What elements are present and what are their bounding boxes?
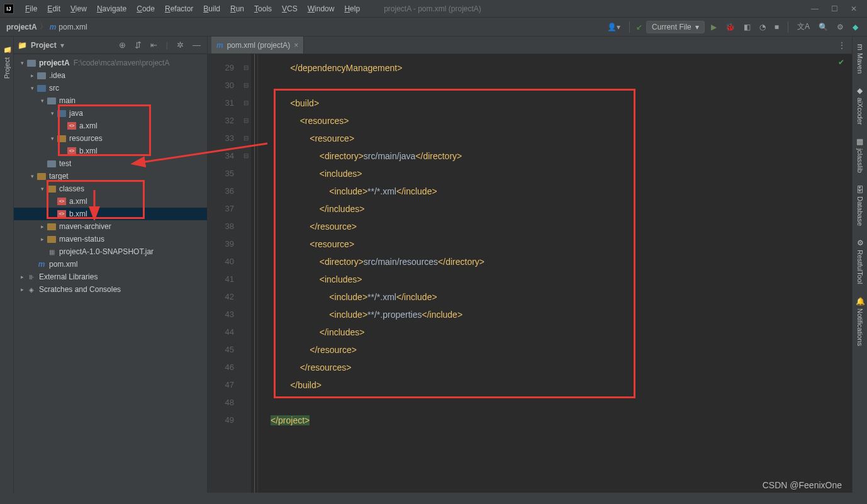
chevron-down-icon[interactable]: ▾ [38,98,47,104]
expand-all-icon[interactable]: ⇵ [132,40,144,50]
code-line[interactable]: <resources> [258,112,852,130]
menu-refactor[interactable]: Refactor [160,4,198,13]
menu-tools[interactable]: Tools [249,4,277,13]
fold-gutter[interactable]: ⊟⊟⊟⊟⊟⊟ [240,54,252,493]
chevron-right-icon[interactable]: ▸ [28,72,36,79]
fold-marker[interactable]: ⊟ [240,77,251,94]
fold-marker[interactable]: ⊟ [240,94,251,112]
settings-icon[interactable]: ✲ [174,40,186,50]
code-line[interactable]: <directory>src/main/java</directory> [258,147,852,165]
code-line[interactable]: </project> [258,412,852,429]
ai-icon[interactable]: ◆ [850,21,861,33]
tree-row[interactable]: ▸.idea [14,69,207,82]
hide-icon[interactable]: — [190,40,203,50]
fold-marker[interactable]: ⊟ [240,130,251,147]
menu-navigate[interactable]: Navigate [92,4,131,13]
right-tool-aixcoder[interactable]: ◆aiXcoder [854,81,866,130]
right-tool-maven[interactable]: mMaven [854,39,866,79]
inspection-ok-icon[interactable]: ✔ [838,58,844,67]
code-line[interactable]: <directory>src/main/resources</directory… [258,253,852,271]
menu-edit[interactable]: Edit [42,4,65,13]
menu-window[interactable]: Window [303,4,340,13]
tree-row[interactable]: ▾classes [14,182,207,195]
code-line[interactable]: </includes> [258,323,852,341]
settings-icon[interactable]: ⚙ [834,21,846,33]
code-line[interactable]: </resource> [258,341,852,359]
fold-marker[interactable]: ⊟ [240,147,251,165]
project-tree[interactable]: ▾projectAF:\code\mca\maven\projectA▸.ide… [14,54,207,493]
tree-row[interactable]: ▦projectA-1.0-SNAPSHOT.jar [14,245,207,258]
code-line[interactable] [258,77,852,94]
tree-row[interactable]: <>b.xml [14,208,207,220]
menu-file[interactable]: File [20,4,42,13]
right-tool-restfultool[interactable]: ⚙RestfulTool [854,233,866,289]
code-line[interactable]: <resource> [258,130,852,147]
close-tab-icon[interactable]: × [294,41,298,50]
tab-more-icon[interactable]: ⋮ [832,41,852,50]
tree-row[interactable]: ▸maven-status [14,233,207,245]
stop-icon[interactable]: ■ [772,21,781,33]
code-line[interactable]: <resource> [258,235,852,253]
code-line[interactable]: </build> [258,376,852,394]
chevron-down-icon[interactable]: ▾ [48,110,57,116]
minimize-icon[interactable]: — [811,4,819,13]
code-line[interactable]: <include>**/*.xml</include> [258,288,852,306]
code-line[interactable]: <includes> [258,271,852,288]
code-line[interactable] [258,394,852,412]
code-line[interactable]: </resource> [258,218,852,235]
user-icon[interactable]: 👤▾ [605,21,623,33]
chevron-down-icon[interactable]: ▾ [48,135,57,142]
code-line[interactable]: </resources> [258,359,852,376]
tree-row[interactable]: <>a.xml [14,195,207,208]
debug-icon[interactable]: 🐞 [723,21,737,33]
tree-row[interactable]: ▾main [14,94,207,107]
run-config-selector[interactable]: Current File ▾ [646,21,705,33]
tree-row[interactable]: ▾src [14,82,207,94]
tree-row[interactable]: ▸⊪External Libraries [14,271,207,283]
code-line[interactable]: </includes> [258,200,852,218]
coverage-icon[interactable]: ◧ [741,21,753,33]
fold-marker[interactable]: ⊟ [240,59,251,77]
tree-row[interactable]: ▾java [14,107,207,120]
code-line[interactable]: <include>**/*.xml</include> [258,182,852,200]
code-line[interactable]: <build> [258,94,852,112]
close-icon[interactable]: ✕ [851,4,857,13]
tree-row[interactable]: ▾resources [14,132,207,145]
tree-row[interactable]: <>b.xml [14,145,207,157]
breadcrumb-file[interactable]: pom.xml [59,23,87,31]
menu-build[interactable]: Build [198,4,225,13]
select-opened-file-icon[interactable]: ⊕ [116,40,128,50]
breadcrumb-project[interactable]: projectA [6,23,37,31]
tree-row[interactable]: mpom.xml [14,258,207,271]
menu-vcs[interactable]: VCS [277,4,303,13]
fold-marker[interactable]: ⊟ [240,112,251,130]
project-tool-button[interactable]: Project 📁 [1,40,12,85]
tree-row[interactable]: ▾projectAF:\code\mca\maven\projectA [14,57,207,69]
tree-row[interactable]: <>a.xml [14,120,207,132]
editor-tab-pom[interactable]: m pom.xml (projectA) × [211,36,304,53]
build-icon[interactable]: ↙ [636,23,642,31]
editor-body[interactable]: ✔ 29303132333435363738394041424344454647… [208,54,852,493]
right-tool-jclasslib[interactable]: ▦jclasslib [854,132,866,178]
chevron-down-icon[interactable]: ▾ [28,173,36,179]
chevron-down-icon[interactable]: ▾ [60,41,64,50]
code-area[interactable]: </dependencyManagement> <build> <resourc… [258,54,852,493]
code-line[interactable]: <include>**/*.properties</include> [258,306,852,323]
right-tool-notifications[interactable]: 🔔Notifications [854,291,866,351]
chevron-right-icon[interactable]: ▸ [38,236,47,242]
chevron-down-icon[interactable]: ▾ [38,186,47,192]
run-icon[interactable]: ▶ [708,21,719,33]
code-line[interactable]: <includes> [258,165,852,182]
menu-help[interactable]: Help [339,4,365,13]
chevron-down-icon[interactable]: ▾ [18,60,26,66]
menu-code[interactable]: Code [131,4,160,13]
maximize-icon[interactable]: ☐ [831,4,838,13]
chevron-down-icon[interactable]: ▾ [28,85,36,91]
tree-row[interactable]: ▸◈Scratches and Consoles [14,283,207,296]
chevron-right-icon[interactable]: ▸ [38,223,47,230]
menu-view[interactable]: View [65,4,92,13]
translate-icon[interactable]: 文A [795,20,812,33]
chevron-right-icon[interactable]: ▸ [18,286,26,293]
right-tool-database[interactable]: 🗄Database [854,181,866,231]
code-line[interactable]: </dependencyManagement> [258,59,852,77]
